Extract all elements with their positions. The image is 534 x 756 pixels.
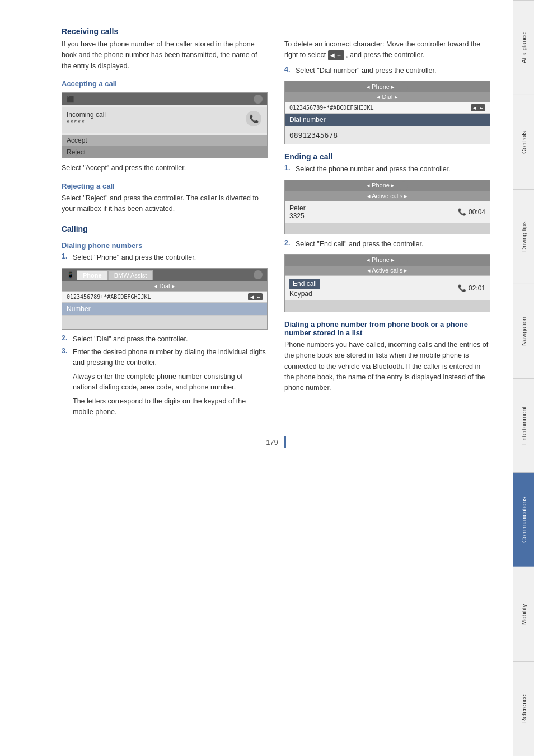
dialing-screen-1: 📱 Phone BMW Assist ◂ Dial ▸ 0123456789+*… — [62, 268, 268, 330]
sidebar-tab-driving-tips[interactable]: Driving tips — [513, 189, 534, 284]
accept-button-screen: Accept — [62, 135, 267, 147]
sidebar-tab-reference[interactable]: Reference — [513, 661, 534, 756]
incoming-call-label: Incoming call ***** 📞 — [62, 107, 267, 133]
page-number: 179 — [266, 438, 278, 447]
caller-number: 3325 — [289, 212, 306, 220]
dialing-from-book-body: Phone numbers you have called, incoming … — [284, 340, 490, 394]
step-4: 4. Select "Dial number" and press the co… — [284, 65, 490, 76]
dial-number-label: Dial number — [285, 114, 490, 126]
call-phone-icon: 📞 — [458, 208, 466, 216]
call-time-1: 00:04 — [469, 208, 485, 216]
back-icon: ⬛ — [67, 96, 74, 103]
assist-tab: BMW Assist — [108, 270, 153, 280]
keypad-btn-screen: Keypad — [289, 290, 320, 298]
entered-number: 08912345678 — [285, 126, 490, 144]
step-1: 1. Select "Phone" and press the controll… — [62, 252, 268, 263]
menu-icon-2 — [254, 270, 263, 279]
dial-nav-2: ◂ Dial ▸ — [285, 92, 490, 102]
phone-title-4: ◂ Phone ▸ — [285, 255, 490, 266]
accepting-instruction: Select "Accept" and press the controller… — [62, 163, 268, 173]
phone-header-icon: 📱 — [67, 271, 74, 279]
active-calls-nav-2: ◂ Active calls ▸ — [285, 266, 490, 276]
menu-icon — [254, 95, 263, 104]
dialing-screen-2: ◂ Phone ▸ ◂ Dial ▸ 0123456789+*#ABCDEFGH… — [284, 81, 490, 144]
incoming-phone-icon: 📞 — [245, 110, 263, 128]
reject-button-screen: Reject — [62, 147, 267, 158]
ending-step-2: 2. Select "End call" and press the contr… — [284, 239, 490, 250]
accepting-call-title: Accepting a call — [62, 79, 268, 88]
ending-step-1: 1. Select the phone number and press the… — [284, 164, 490, 175]
ending-screen-1: ◂ Phone ▸ ◂ Active calls ▸ Peter 3325 📞 … — [284, 180, 490, 234]
step-2: 2. Select "Dial" and press the controlle… — [62, 334, 268, 345]
number-label: Number — [62, 303, 267, 316]
end-call-row: End call Keypad 📞 02:01 — [285, 276, 490, 300]
phone-tab: Phone — [77, 270, 108, 280]
end-call-btn-screen: End call — [289, 279, 320, 289]
delete-instruction: To delete an incorrect character: Move t… — [284, 39, 490, 61]
sidebar-tab-at-a-glance[interactable]: At a glance — [513, 0, 534, 95]
sidebar-tab-mobility[interactable]: Mobility — [513, 567, 534, 661]
dialing-from-book-title: Dialing a phone number from phone book o… — [284, 320, 490, 337]
sidebar-tab-communications[interactable]: Communications — [513, 472, 534, 567]
active-calls-nav: ◂ Active calls ▸ — [285, 191, 490, 201]
svg-text:📞: 📞 — [249, 114, 259, 124]
calling-title: Calling — [62, 224, 268, 233]
right-sidebar: At a glance Controls Driving tips Naviga… — [513, 0, 534, 756]
phone-title-3: ◂ Phone ▸ — [285, 180, 490, 191]
sidebar-tab-navigation[interactable]: Navigation — [513, 284, 534, 378]
dial-nav: ◂ Dial ▸ — [62, 281, 267, 292]
call-phone-icon-2: 📞 — [458, 284, 466, 292]
caller-name: Peter — [289, 204, 306, 212]
sidebar-tab-entertainment[interactable]: Entertainment — [513, 378, 534, 473]
dialing-title: Dialing phone numbers — [62, 241, 268, 250]
number-keyboard-row-2: 0123456789+*#ABCDEFGHIJKL ◀ ← — [285, 102, 490, 114]
rejecting-body: Select "Reject" and press the controller… — [62, 193, 268, 215]
ending-call-title: Ending a call — [284, 152, 490, 161]
delete-arrow-icon: ◀ ← — [328, 50, 344, 60]
phone-title-2: ◂ Phone ▸ — [285, 81, 490, 92]
accepting-call-screen: ⬛ Incoming call ***** 📞 — [62, 92, 268, 158]
rejecting-call-title: Rejecting a call — [62, 182, 268, 190]
receiving-calls-body: If you have the phone number of the call… — [62, 39, 268, 72]
active-call-info: Peter 3325 📞 00:04 — [285, 201, 490, 223]
step-3: 3. Enter the desired phone number by dia… — [62, 347, 268, 417]
sidebar-tab-controls[interactable]: Controls — [513, 95, 534, 189]
page-bar — [284, 436, 286, 448]
call-time-2: 02:01 — [469, 284, 485, 292]
number-keyboard-row: 0123456789+*#ABCDEFGHIJKL ◀ ← — [62, 292, 267, 303]
backspace-btn: ◀ ← — [248, 293, 263, 300]
backspace-btn-2: ◀ ← — [471, 104, 485, 111]
page-number-section: 179 — [62, 436, 490, 448]
stars-display: ***** — [67, 119, 263, 126]
ending-screen-2: ◂ Phone ▸ ◂ Active calls ▸ End call Keyp… — [284, 254, 490, 312]
section-title-receiving: Receiving calls — [62, 27, 490, 36]
